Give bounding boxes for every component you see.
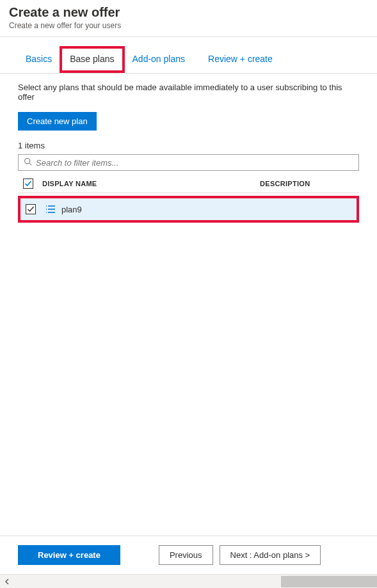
next-button[interactable]: Next : Add-on plans > [220,545,321,565]
scrollbar-track[interactable] [14,575,377,589]
tab-review-create[interactable]: Review + create [200,49,280,70]
table-header: DISPLAY NAME DESCRIPTION [18,175,359,193]
row-checkbox[interactable] [26,204,36,214]
previous-button[interactable]: Previous [159,545,213,565]
footer: Review + create Previous Next : Add-on p… [0,536,377,574]
row-name: plan9 [61,205,82,214]
svg-line-1 [29,163,31,165]
instruction-text: Select any plans that should be made ava… [18,83,359,102]
search-box[interactable] [18,154,359,171]
select-all-checkbox[interactable] [23,179,33,189]
content-area: Select any plans that should be made ava… [0,74,377,223]
review-create-button[interactable]: Review + create [18,545,120,565]
horizontal-scrollbar[interactable] [0,574,377,588]
page-title: Create a new offer [9,5,368,20]
svg-point-0 [25,159,30,164]
column-header-name[interactable]: DISPLAY NAME [36,180,260,187]
table-row[interactable]: plan9 [18,196,359,223]
page-header: Create a new offer Create a new offer fo… [0,0,377,37]
tab-addon-plans[interactable]: Add-on plans [125,49,193,70]
scroll-left-arrow-icon[interactable] [0,575,14,589]
tab-basics[interactable]: Basics [18,49,60,70]
item-count-label: 1 items [18,141,359,150]
page-subtitle: Create a new offer for your users [9,21,368,30]
create-new-plan-button[interactable]: Create new plan [18,112,97,131]
tabs: Basics Base plans Add-on plans Review + … [0,37,377,74]
tab-base-plans[interactable]: Base plans [60,46,124,73]
search-icon [24,157,32,168]
plan-icon [45,203,56,215]
column-header-description[interactable]: DESCRIPTION [260,180,310,187]
search-input[interactable] [36,158,353,168]
scrollbar-thumb[interactable] [281,576,377,587]
